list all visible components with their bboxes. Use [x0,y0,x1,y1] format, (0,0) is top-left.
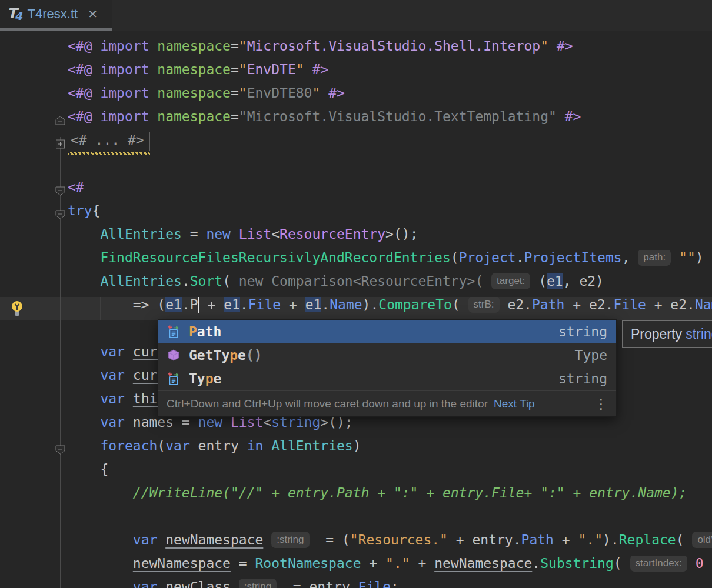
code-token: . [516,250,524,265]
code-token: File [248,297,281,312]
code-token: in [247,438,264,453]
more-options-icon[interactable]: ⋮ [594,398,608,410]
code-token: newNamespace [133,556,231,571]
fold-marker-down[interactable] [55,445,65,455]
completion-item[interactable]: GetType()Type [158,343,616,367]
code-token: Path [532,297,564,312]
code-token: ( [451,250,459,265]
code-token: Substring [540,556,614,571]
inlay-hint[interactable]: strB: [468,297,500,313]
code-token: Path [521,532,554,547]
code-token [548,38,557,54]
code-token [304,62,312,77]
code-token: " [239,85,247,101]
code-token: ) [353,438,361,453]
code-token [68,273,100,289]
code-token: import [100,62,157,77]
code-token: ResourceEntry [280,226,385,242]
active-tab-underline [0,28,112,31]
completion-popup-footer: Ctrl+Down and Ctrl+Up will move caret do… [158,390,616,416]
code-token: . [182,273,190,289]
code-editor[interactable]: <#@ import namespace="Microsoft.VisualSt… [0,0,712,588]
code-line: FindResourceFilesRecursivlyAndRecordEntr… [0,250,712,273]
intention-bulb-icon[interactable] [11,300,24,317]
code-token: e1 [224,297,240,312]
code-line: var newClass :string = entry.File; [0,579,712,588]
code-token: " [296,62,304,77]
folded-region[interactable]: <# ... #> [68,132,150,151]
tab-t4resx[interactable]: T4 T4resx.tt ✕ [0,0,112,28]
code-token: try [68,203,92,218]
code-token: "." [578,532,603,547]
code-token: #> [565,109,581,124]
code-token: File [358,579,391,588]
code-token: ( [452,297,468,312]
property-icon [167,325,181,339]
code-token: => ( [68,297,165,312]
code-line: <# [0,179,712,203]
code-token: EnvDTE80 [247,85,312,101]
code-token: e1 [305,297,322,312]
code-token: ; [391,579,399,588]
code-line: <#@ import namespace="Microsoft.VisualSt… [0,38,712,62]
code-token: #> [557,38,573,54]
code-line: //WriteLine("//" + entry.Path + ":" + en… [0,485,712,509]
code-token: ). [603,532,619,547]
completion-return-type: Type [575,348,607,363]
editor-tab-bar: T4 T4resx.tt ✕ [0,0,712,31]
code-token: "Resources." [350,532,448,547]
code-token: < [271,226,280,242]
inlay-hint[interactable]: target: [491,273,530,289]
code-token: ( [530,273,547,289]
code-token: ) [696,250,704,265]
code-line: <#@ import namespace="EnvDTE80" #> [0,85,712,109]
code-token: Microsoft.VisualStudio.Shell.Interop [247,38,541,54]
code-token [320,85,328,101]
code-token [68,438,100,453]
code-token [557,109,565,124]
code-token [68,391,100,406]
completion-popup: PathstringGetType()TypeTypestring Ctrl+D… [158,319,617,417]
code-token: e1 [165,297,182,312]
property-icon [167,372,181,386]
code-token: = [231,109,239,124]
code-token: = [231,85,239,101]
code-token [68,556,133,571]
code-token: new Comparison<ResourceEntry>( [239,273,491,289]
completion-item[interactable]: Typestring [158,367,616,390]
inlay-hint[interactable]: startIndex: [630,556,687,572]
tab-title: T4resx.tt [28,6,78,22]
tooltip-text: string [686,326,712,342]
code-line: newNamespace = RootNamespace + "." + new… [0,556,712,579]
code-token: " [239,62,247,77]
code-token [687,556,696,571]
code-token: + entry. [448,532,521,547]
fold-marker-plus[interactable] [55,139,65,149]
code-token: newNamespace [434,556,532,571]
inlay-hint[interactable]: oldValue: [692,532,712,548]
code-token: var [165,438,190,453]
completion-item[interactable]: Pathstring [158,320,616,343]
inlay-hint[interactable]: :string [271,532,309,548]
fold-marker-down[interactable] [55,186,65,196]
code-token [231,579,239,588]
fold-marker-down[interactable] [55,210,65,219]
next-tip-link[interactable]: Next Tip [494,397,535,410]
code-token: <#@ [68,109,100,124]
code-token: . [321,297,330,312]
doc-tooltip: Property string [622,320,712,348]
code-line: try{ [0,203,712,226]
code-token: + [410,556,435,571]
close-icon[interactable]: ✕ [88,7,98,21]
code-token: Name [330,297,362,312]
code-token: " [312,85,320,101]
code-token: + [281,297,305,312]
fold-marker-up[interactable] [55,116,65,125]
code-token [157,532,165,547]
inlay-hint[interactable]: path: [638,250,671,266]
code-token: . [532,556,540,571]
code-token: #> [328,85,345,101]
inlay-hint[interactable]: :string [239,579,277,588]
code-token: + e2. [646,297,695,312]
code-token: #> [312,62,328,77]
